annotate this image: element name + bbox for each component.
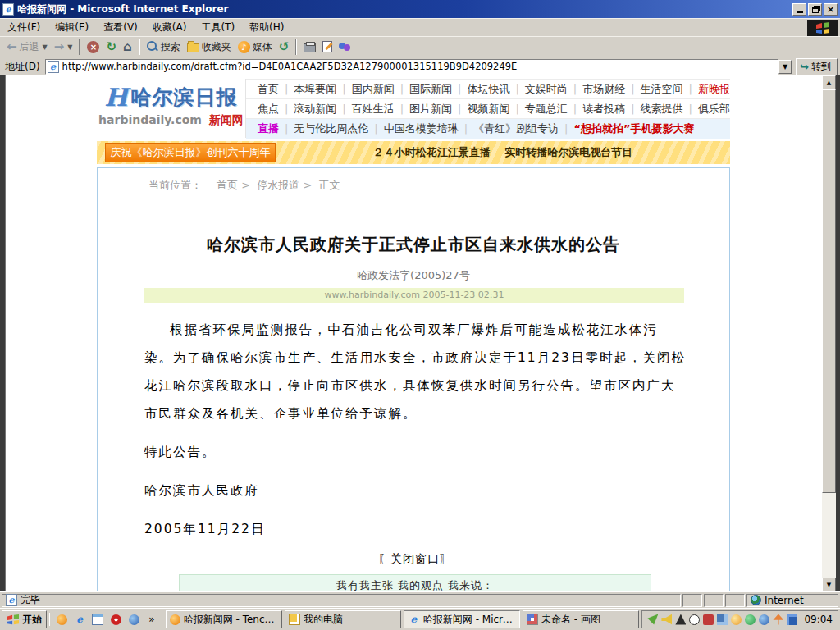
tray-icon-browser[interactable]: [759, 614, 769, 625]
quicklaunch-maxthon-icon[interactable]: [109, 613, 122, 626]
task-button-my-computer[interactable]: 我的电脑: [285, 610, 401, 628]
nav-intl-news[interactable]: 国际新闻: [395, 82, 452, 97]
page-right-edge: [836, 75, 840, 591]
nav-home[interactable]: 首页: [258, 82, 279, 97]
nav-club[interactable]: 俱乐部: [683, 102, 730, 116]
nav-row-2: 焦点 滚动新闻 百姓生活 图片新闻 视频新闻 专题总汇 读者投稿 线索提供 俱乐…: [246, 99, 730, 119]
address-input[interactable]: e http://www.harbindaily.com/draft.cfm?i…: [45, 59, 778, 75]
nav-rolling-news[interactable]: 滚动新闻: [279, 102, 336, 116]
home-button[interactable]: ⌂: [120, 38, 135, 56]
nav-sports[interactable]: 体坛快讯: [452, 82, 509, 97]
stop-button[interactable]: ×: [84, 39, 103, 55]
banner-anniversary[interactable]: 庆祝《哈尔滨日报》创刊六十周年: [105, 143, 276, 162]
go-button[interactable]: ↪ 转到: [796, 58, 838, 75]
quicklaunch-overflow-chevron[interactable]: »: [145, 613, 158, 626]
breadcrumb-section[interactable]: 停水报道: [238, 179, 299, 191]
restore-button[interactable]: [808, 3, 822, 16]
tray-icon-volume[interactable]: [661, 614, 672, 625]
back-button[interactable]: ← 后退 ▼: [3, 39, 51, 56]
messenger-button[interactable]: [336, 39, 354, 55]
task-button-tt-browser[interactable]: 哈报新闻网 - Tence...: [166, 610, 282, 628]
url-text[interactable]: http://www.harbindaily.com/draft.cfm?id=…: [62, 61, 518, 72]
tray-icon-network[interactable]: [717, 614, 728, 625]
nav-domestic-news[interactable]: 国内新闻: [336, 82, 394, 97]
print-icon: [304, 43, 316, 52]
tray-icon-update[interactable]: [731, 614, 742, 625]
menu-tools[interactable]: 工具(T): [194, 18, 242, 37]
task-button-ie-active[interactable]: e 哈报新闻网 - Micros...: [404, 610, 520, 628]
media-button[interactable]: ♪ 媒体: [235, 39, 276, 56]
quicklaunch-media-player-icon[interactable]: [127, 613, 140, 626]
nav-specials[interactable]: 专题总汇: [509, 102, 567, 116]
taskbar-clock[interactable]: 09:04: [804, 614, 833, 625]
back-dropdown-icon[interactable]: ▼: [43, 43, 48, 51]
scrollbar-thumb[interactable]: [822, 89, 836, 493]
article-source-bar: www.harbindaily.com 2005-11-23 02:31: [144, 288, 684, 303]
banner-live-broadcast[interactable]: ２４小时松花江江景直播 实时转播哈尔滨电视台节目: [276, 145, 730, 160]
menu-edit[interactable]: 编辑(E): [48, 18, 96, 37]
nav-reader-submit[interactable]: 读者投稿: [568, 102, 625, 116]
history-button[interactable]: ↺: [276, 38, 293, 56]
minimize-button[interactable]: [792, 3, 806, 16]
tray-icon-qq[interactable]: [745, 614, 756, 625]
nav-people-life[interactable]: 百姓生活: [336, 102, 394, 116]
vertical-scrollbar[interactable]: ▲ ▼: [822, 75, 836, 591]
nav-focus[interactable]: 焦点: [258, 102, 279, 116]
refresh-button[interactable]: ↻: [103, 38, 120, 56]
menu-view[interactable]: 查看(V): [96, 18, 145, 37]
scroll-up-button[interactable]: ▲: [822, 75, 836, 89]
nav-photo-contest[interactable]: “想拍就拍”手机摄影大赛: [559, 121, 694, 136]
tray-icon-antivirus[interactable]: [647, 614, 658, 625]
logo-domain: harbindaily.com: [98, 113, 202, 126]
search-button[interactable]: 搜索: [144, 39, 184, 56]
article-container: 当前位置：首页停水报道正文 哈尔滨市人民政府关于正式停止市区自来水供水的公告 哈…: [97, 167, 730, 591]
print-button[interactable]: [300, 40, 319, 54]
go-arrow-icon: ↪: [800, 61, 809, 73]
menu-help[interactable]: 帮助(H): [242, 18, 291, 37]
quicklaunch-ie-icon[interactable]: e: [73, 613, 86, 626]
nav-evening-paper[interactable]: 新晚报: [683, 82, 730, 97]
nav-local-news[interactable]: 本埠要闻: [279, 82, 336, 97]
forward-button[interactable]: → ▼: [51, 39, 76, 54]
favorites-button[interactable]: 收藏夹: [184, 39, 235, 56]
promo-banner[interactable]: 庆祝《哈尔滨日报》创刊六十周年 ２４小时松花江江景直播 实时转播哈尔滨电视台节目: [97, 141, 730, 164]
nav-entertainment[interactable]: 文娱时尚: [509, 82, 567, 97]
messenger-icon: [339, 41, 351, 53]
nav-video-news[interactable]: 视频新闻: [452, 102, 509, 116]
tray-icon-clock[interactable]: [689, 614, 700, 625]
address-dropdown-button[interactable]: ▼: [778, 60, 792, 74]
nav-tips[interactable]: 线索提供: [625, 102, 682, 116]
quicklaunch-mail-icon[interactable]: [91, 613, 104, 626]
nav-qinghong[interactable]: 《青红》剧组专访: [459, 121, 559, 136]
tray-icon-messenger[interactable]: [675, 614, 686, 625]
close-window-link[interactable]: 〖关闭窗口〗: [144, 550, 686, 568]
nav-photo-news[interactable]: 图片新闻: [395, 102, 452, 116]
comment-bar[interactable]: 我有我主张 我的观点 我来说：: [179, 574, 651, 591]
ie-toolbar: ← 后退 ▼ → ▼ × ↻ ⌂ 搜索 收藏夹 ♪ 媒体 ↺: [0, 36, 840, 57]
url-page-icon: e: [48, 61, 59, 73]
task-button-paint[interactable]: 未命名 - 画图: [523, 610, 639, 628]
tray-icon-umbrella[interactable]: [773, 614, 783, 625]
go-label: 转到: [811, 60, 831, 74]
title-bar: e 哈报新闻网 - Microsoft Internet Explorer ×: [0, 0, 840, 18]
tray-icon-recorder[interactable]: [703, 614, 714, 625]
nav-life[interactable]: 生活空间: [625, 82, 682, 97]
logo-title: 哈尔滨日报: [131, 84, 238, 111]
nav-live[interactable]: 直播: [258, 121, 279, 136]
breadcrumb-home[interactable]: 首页: [217, 179, 238, 191]
nav-finance[interactable]: 市场财经: [568, 82, 625, 97]
menu-favorites[interactable]: 收藏(A): [145, 18, 194, 37]
quicklaunch-tt-browser-icon[interactable]: [55, 613, 68, 626]
scroll-down-button[interactable]: ▼: [822, 578, 836, 591]
edit-button[interactable]: [319, 39, 336, 54]
nav-jay-chou[interactable]: 无与伦比周杰伦: [279, 121, 368, 136]
tray-icon-windows-security[interactable]: [787, 614, 797, 625]
menu-file[interactable]: 文件(F): [0, 18, 48, 37]
favorites-label: 收藏夹: [202, 40, 231, 54]
close-button[interactable]: ×: [824, 3, 838, 16]
site-logo[interactable]: H 哈尔滨日报 harbindaily.com 新闻网: [97, 79, 246, 138]
status-text: 完毕: [21, 593, 40, 607]
nav-model[interactable]: 中国名模姜培琳: [368, 121, 458, 136]
forward-dropdown-icon[interactable]: ▼: [67, 43, 72, 51]
start-button[interactable]: 开始: [2, 610, 47, 628]
